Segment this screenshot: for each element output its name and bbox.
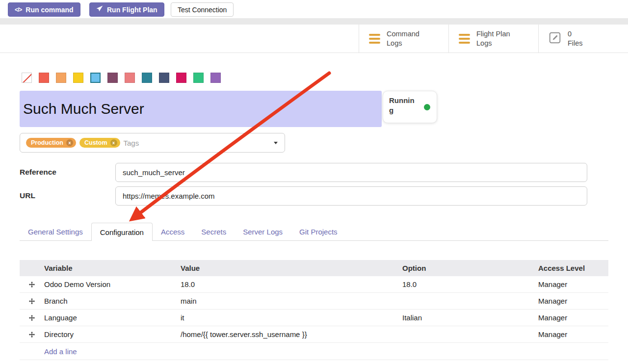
swatch-yellow[interactable] xyxy=(73,73,83,83)
drag-handle-icon[interactable] xyxy=(20,298,44,305)
add-line-link[interactable]: Add a line xyxy=(44,347,77,356)
swatch-red[interactable] xyxy=(39,73,49,83)
table-row[interactable]: Odoo Demo Version 18.0 18.0 Manager xyxy=(20,276,608,293)
swatch-fuchsia[interactable] xyxy=(176,73,186,83)
cell-value[interactable]: /home/{{ tower.server.ssh_username }} xyxy=(181,330,402,338)
swatch-teal[interactable] xyxy=(142,73,152,83)
cell-access-level[interactable]: Manager xyxy=(538,297,608,305)
reference-input[interactable]: such_much_server xyxy=(115,163,587,182)
tags-placeholder: Tags xyxy=(124,139,139,147)
tab-git-projects[interactable]: Git Projects xyxy=(291,223,346,241)
tab-secrets[interactable]: Secrets xyxy=(193,223,235,241)
tab-configuration[interactable]: Configuration xyxy=(91,223,153,241)
command-logs-label: Command Logs xyxy=(387,29,419,48)
flight-plan-logs-label: Flight Plan Logs xyxy=(476,29,510,48)
tags-field[interactable]: Production x Custom x Tags xyxy=(20,133,285,153)
cell-value[interactable]: 18.0 xyxy=(181,280,402,288)
tab-server-logs[interactable]: Server Logs xyxy=(235,223,291,241)
swatch-dark-purple[interactable] xyxy=(107,73,118,83)
test-connection-label: Test Connection xyxy=(178,6,227,14)
swatch-cyan-selected[interactable] xyxy=(90,73,101,83)
chevron-down-icon[interactable] xyxy=(274,142,278,144)
cell-variable[interactable]: Language xyxy=(44,313,181,322)
list-icon xyxy=(369,34,380,44)
status-button[interactable]: Running xyxy=(383,91,437,123)
url-label: URL xyxy=(20,191,35,200)
status-dot-icon xyxy=(424,104,430,110)
swatch-orange[interactable] xyxy=(56,73,66,83)
cell-option[interactable]: Italian xyxy=(402,313,538,322)
reference-value: such_much_server xyxy=(123,168,185,177)
run-flight-plan-button[interactable]: Run Flight Plan xyxy=(89,2,164,17)
remove-tag-icon[interactable]: x xyxy=(110,139,117,146)
drag-handle-icon[interactable] xyxy=(20,314,44,321)
swatch-navy[interactable] xyxy=(159,73,169,83)
table-header-row: Variable Value Option Access Level xyxy=(20,260,608,276)
run-command-button[interactable]: </> Run command xyxy=(8,2,80,17)
swatch-no-color[interactable] xyxy=(22,73,32,83)
column-header-variable: Variable xyxy=(44,264,181,272)
cell-access-level[interactable]: Manager xyxy=(538,313,608,322)
drag-handle-icon[interactable] xyxy=(20,281,44,288)
tag-production: Production x xyxy=(26,138,76,148)
table-row[interactable]: Language it Italian Manager xyxy=(20,310,608,326)
swatch-purple[interactable] xyxy=(210,73,221,83)
cell-access-level[interactable]: Manager xyxy=(538,280,608,288)
test-connection-button[interactable]: Test Connection xyxy=(171,2,234,17)
table-body: Odoo Demo Version 18.0 18.0 Manager Bran… xyxy=(20,276,608,343)
run-command-label: Run command xyxy=(26,6,73,14)
files-label: 0 Files xyxy=(568,29,583,48)
cell-value[interactable]: it xyxy=(181,313,402,322)
server-page: </> Run command Run Flight Plan Test Con… xyxy=(0,0,628,364)
table-row[interactable]: Directory /home/{{ tower.server.ssh_user… xyxy=(20,326,608,343)
swatch-salmon[interactable] xyxy=(125,73,135,83)
remove-tag-icon[interactable]: x xyxy=(66,139,73,146)
divider-strip xyxy=(0,18,628,25)
url-input[interactable]: https://memes.example.com xyxy=(115,186,587,206)
drag-handle-icon[interactable] xyxy=(20,331,44,338)
cell-access-level[interactable]: Manager xyxy=(538,330,608,338)
header-action-bar: Command Logs Flight Plan Logs 0 Files xyxy=(0,25,628,53)
tag-custom-label: Custom xyxy=(84,139,107,146)
files-button[interactable]: 0 Files xyxy=(538,25,628,52)
url-value: https://memes.example.com xyxy=(123,192,215,200)
tab-access[interactable]: Access xyxy=(153,223,193,241)
cell-variable[interactable]: Directory xyxy=(44,330,181,338)
cell-variable[interactable]: Branch xyxy=(44,297,181,305)
cell-variable[interactable]: Odoo Demo Version xyxy=(44,280,181,288)
column-header-access-level: Access Level xyxy=(538,264,608,272)
add-line-row: Add a line xyxy=(20,343,608,360)
command-logs-button[interactable]: Command Logs xyxy=(359,25,448,52)
tab-general-settings[interactable]: General Settings xyxy=(20,223,91,241)
code-icon: </> xyxy=(15,6,22,13)
server-name-text: Such Much Server xyxy=(23,101,144,117)
tag-production-label: Production xyxy=(31,139,63,146)
tag-custom: Custom x xyxy=(79,138,120,148)
edit-icon xyxy=(549,31,561,46)
flight-plan-logs-button[interactable]: Flight Plan Logs xyxy=(448,25,538,52)
server-name-input[interactable]: Such Much Server xyxy=(20,91,382,127)
column-header-option: Option xyxy=(402,264,538,272)
paper-plane-icon xyxy=(96,5,103,14)
notebook-tabs: General Settings Configuration Access Se… xyxy=(20,223,346,241)
table-row[interactable]: Branch main Manager xyxy=(20,293,608,310)
status-label: Running xyxy=(389,96,417,116)
configuration-table: Variable Value Option Access Level Odoo … xyxy=(20,260,608,360)
run-flight-plan-label: Run Flight Plan xyxy=(107,6,157,14)
list-icon xyxy=(459,34,470,44)
cell-value[interactable]: main xyxy=(181,297,402,305)
reference-label: Reference xyxy=(20,168,56,177)
color-palette xyxy=(22,73,221,83)
column-header-value: Value xyxy=(181,264,402,272)
cell-option[interactable]: 18.0 xyxy=(402,280,538,288)
swatch-green[interactable] xyxy=(193,73,204,83)
